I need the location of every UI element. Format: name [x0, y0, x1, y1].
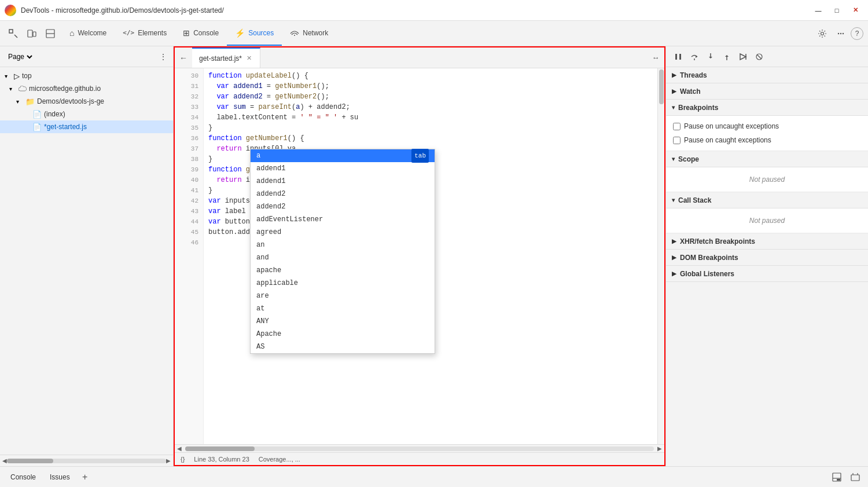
autocomplete-dropdown[interactable]: a tab addend1 addend1 addend2 addend2 ad… [250, 149, 435, 354]
section-globallisteners[interactable]: ▶ Global Listeners [666, 266, 868, 282]
tree-item-domain[interactable]: ▾ microsoftedge.github.io [0, 82, 173, 95]
section-scope[interactable]: ▾ Scope [666, 151, 868, 167]
scroll-right-btn[interactable]: ▶ [166, 457, 171, 464]
horiz-scroll-thumb [7, 459, 53, 463]
section-breakpoints[interactable]: ▾ Breakpoints [666, 100, 868, 116]
section-threads[interactable]: ▶ Threads [666, 67, 868, 83]
autocomplete-item-apache-uc[interactable]: Apache [251, 328, 435, 340]
autocomplete-item-an[interactable]: an [251, 239, 435, 251]
autocomplete-item-apache-lc[interactable]: apache [251, 264, 435, 277]
autocomplete-item-addend2-2[interactable]: addend2 [251, 200, 435, 213]
line-num-38: 38 [175, 154, 203, 164]
tree-label-index: (index) [44, 110, 65, 118]
autocomplete-item-any[interactable]: ANY [251, 315, 435, 328]
checkbox-uncaught[interactable]: Pause on uncaught exceptions [673, 119, 861, 133]
autocomplete-item-applicable[interactable]: applicable [251, 277, 435, 290]
bottom-right-icons [829, 469, 863, 485]
tab-welcome[interactable]: ⌂ Welcome [61, 21, 115, 46]
tree-item-getstarted[interactable]: ▶ 📄 *get-started.js [0, 120, 173, 133]
editor-back-btn[interactable]: ← [175, 47, 192, 68]
page-dropdown[interactable]: Page [6, 52, 34, 61]
tab-elements[interactable]: </> Elements [115, 21, 175, 46]
autocomplete-item-at[interactable]: at [251, 302, 435, 315]
minimize-button[interactable]: — [810, 2, 826, 19]
scroll-left-editor[interactable]: ◀ [177, 445, 182, 452]
editor-format-btn[interactable]: ↔ [647, 47, 664, 68]
main-area: Page ⋮ ▾ ▷ top ▾ microsoftedge.github.io [0, 46, 868, 466]
autocomplete-item-addend2-1[interactable]: addend2 [251, 188, 435, 200]
scroll-right-editor[interactable]: ▶ [657, 445, 662, 452]
pause-resume-btn[interactable] [671, 49, 686, 64]
autocomplete-item-and[interactable]: and [251, 251, 435, 264]
caught-label: Pause on caught exceptions [684, 136, 771, 144]
close-button[interactable]: ✕ [847, 2, 863, 19]
tab-console[interactable]: ⊞ Console [175, 21, 227, 46]
autocomplete-item-agreed[interactable]: agreed [251, 226, 435, 239]
devtools-logo [5, 5, 16, 16]
autocomplete-item-are[interactable]: are [251, 290, 435, 302]
debugger-toolbar [666, 46, 868, 67]
scroll-left-btn[interactable]: ◀ [2, 457, 7, 464]
svg-point-9 [840, 32, 841, 34]
step-btn[interactable] [735, 49, 751, 64]
dock-devtools-btn[interactable] [829, 469, 845, 485]
uncaught-checkbox[interactable] [673, 123, 681, 130]
step-over-btn[interactable] [687, 49, 702, 64]
tab-network[interactable]: Network [282, 21, 336, 46]
dock-button[interactable] [42, 25, 59, 42]
bottom-add-tab-btn[interactable]: + [78, 470, 92, 484]
file-panel-menu-icon[interactable]: ⋮ [159, 52, 167, 61]
editor-coverage: Coverage..., ... [259, 456, 300, 463]
caught-checkbox[interactable] [673, 137, 681, 144]
threads-label: Threads [680, 71, 707, 79]
svg-rect-12 [679, 54, 681, 60]
svg-point-6 [294, 35, 295, 36]
deactivate-breakpoints-btn[interactable] [752, 49, 767, 64]
autocomplete-item-addeventlistener[interactable]: addEventListener [251, 213, 435, 226]
editor-tab-label: get-started.js* [199, 54, 242, 63]
section-watch[interactable]: ▶ Watch [666, 83, 868, 100]
tree-arrow-demos: ▾ [16, 98, 23, 105]
device-emulation-button[interactable] [23, 25, 41, 42]
checkbox-caught[interactable]: Pause on caught exceptions [673, 133, 861, 147]
section-dombreakpoints[interactable]: ▶ DOM Breakpoints [666, 250, 868, 266]
maximize-button[interactable]: □ [829, 2, 845, 19]
bottom-tab-console[interactable]: Console [5, 471, 42, 484]
autocomplete-item-as[interactable]: AS [251, 340, 435, 353]
step-out-btn[interactable] [719, 49, 734, 64]
scope-not-paused: Not paused [673, 171, 861, 188]
settings-icon-btn[interactable] [814, 25, 831, 42]
editor-tab-getstarted[interactable]: get-started.js* ✕ [192, 47, 260, 68]
tree-item-demos[interactable]: ▾ 📁 Demos/devtools-js-ge [0, 95, 173, 108]
line-num-33: 33 [175, 102, 203, 112]
xhrfetch-label: XHR/fetch Breakpoints [680, 237, 755, 246]
inspect-element-button[interactable] [5, 25, 22, 42]
section-xhrfetch[interactable]: ▶ XHR/fetch Breakpoints [666, 233, 868, 250]
svg-rect-11 [675, 54, 677, 60]
editor-tabs: ← get-started.js* ✕ ↔ [175, 47, 664, 68]
editor-tab-close-btn[interactable]: ✕ [245, 53, 253, 63]
help-button[interactable]: ? [851, 27, 863, 40]
autocomplete-item-a[interactable]: a tab [251, 149, 435, 162]
code-line-30: function updateLabel() { [208, 71, 653, 81]
step-into-btn[interactable] [703, 49, 718, 64]
tree-item-top[interactable]: ▾ ▷ top [0, 69, 173, 82]
autocomplete-item-addend1-1[interactable]: addend1 [251, 162, 435, 175]
horiz-scrollbar[interactable] [7, 459, 166, 463]
callstack-not-paused: Not paused [673, 212, 861, 229]
right-scroll-area[interactable]: ▶ Threads ▶ Watch ▾ Breakpoints Pause on… [666, 67, 868, 466]
autocomplete-item-addend1-2[interactable]: addend1 [251, 175, 435, 188]
tree-item-index[interactable]: ▶ 📄 (index) [0, 108, 173, 120]
svg-rect-0 [9, 30, 13, 33]
editor-horiz-track[interactable] [185, 446, 654, 451]
undock-devtools-btn[interactable] [847, 469, 863, 485]
vertical-scrollbar[interactable] [657, 68, 664, 444]
code-line-32: var addend2 = getNumber2(); [208, 91, 653, 102]
line-num-30: 30 [175, 71, 203, 81]
bottom-tab-issues[interactable]: Issues [44, 471, 76, 484]
line-num-41: 41 [175, 185, 203, 196]
section-callstack[interactable]: ▾ Call Stack [666, 192, 868, 208]
more-tools-button[interactable] [832, 25, 849, 42]
tab-sources[interactable]: ⚡ Sources [227, 21, 282, 46]
breakpoints-arrow: ▾ [672, 104, 675, 111]
